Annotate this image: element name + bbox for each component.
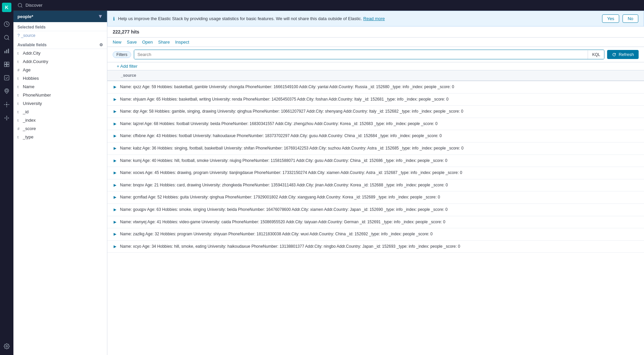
expand-row-button[interactable]: ► <box>113 231 117 238</box>
close-icon[interactable]: ▼ <box>98 13 103 19</box>
field-name-label: University <box>23 101 42 106</box>
field-item[interactable]: tName <box>13 82 107 91</box>
table-row[interactable]: ►Name: xcyo Age: 34 Hobbies: hill, smoke… <box>107 241 644 253</box>
refresh-button[interactable]: Refresh <box>607 50 639 59</box>
add-filter-bar: + Add filter <box>107 62 644 70</box>
index-selector[interactable]: people* ▼ <box>13 11 107 22</box>
share-link[interactable]: Share <box>158 40 170 45</box>
search-bar: Filters KQL Refresh <box>107 47 644 62</box>
expand-row-button[interactable]: ► <box>113 170 117 176</box>
nav-icon-settings[interactable] <box>1 340 13 352</box>
field-item[interactable]: t_index <box>13 116 107 124</box>
field-item[interactable]: tAddr.City <box>13 49 107 57</box>
source-field-item[interactable]: ? _source <box>13 31 107 40</box>
expand-row-button[interactable]: ► <box>113 133 117 139</box>
expand-row-button[interactable]: ► <box>113 243 117 250</box>
nav-icon-clock[interactable] <box>1 18 13 30</box>
table-row[interactable]: ►Name: gouqpv Age: 63 Hobbies: smoke, si… <box>107 204 644 216</box>
field-name-label: _type <box>23 134 34 139</box>
nav-icon-visualize[interactable] <box>1 45 13 57</box>
row-content: Name: bnqov Age: 21 Hobbies: card, drawi… <box>120 182 639 188</box>
inspect-link[interactable]: Inspect <box>175 40 189 45</box>
field-item[interactable]: t_type <box>13 133 107 141</box>
field-name-label: _index <box>23 118 36 123</box>
field-item[interactable]: #_score <box>13 124 107 133</box>
open-link[interactable]: Open <box>142 40 153 45</box>
new-link[interactable]: New <box>113 40 121 45</box>
main-wrapper: Discover people* ▼ Selected fields ? _so… <box>13 0 644 355</box>
kql-button[interactable]: KQL <box>588 50 604 59</box>
hits-label: hits <box>131 29 140 35</box>
table-row[interactable]: ►Name: kumj Age: 40 Hobbies: hill, footb… <box>107 155 644 167</box>
save-link[interactable]: Save <box>127 40 137 45</box>
field-name-label: Addr.Country <box>23 59 48 64</box>
table-row[interactable]: ►Name: xocws Age: 45 Hobbies: drawing, p… <box>107 167 644 179</box>
field-item[interactable]: tAddr.Country <box>13 57 107 66</box>
action-bar: New Save Open Share Inspect <box>107 38 644 47</box>
nav-icon-ml[interactable] <box>1 99 13 111</box>
table-row[interactable]: ►Name: lajzrel Age: 68 Hobbies: football… <box>107 118 644 130</box>
nav-icon-canvas[interactable] <box>1 72 13 84</box>
search-input-wrap: KQL <box>134 50 605 59</box>
field-item[interactable]: tHobbies <box>13 74 107 82</box>
gear-icon[interactable]: ⚙ <box>99 43 103 47</box>
main-panel: ℹ Help us improve the Elastic Stack by p… <box>107 11 644 355</box>
data-rows: ►Name: qxzz Age: 59 Hobbies: basketball,… <box>107 81 644 253</box>
field-type-icon: t <box>17 76 21 80</box>
row-content: Name: cffxbne Age: 43 Hobbies: football … <box>120 133 639 139</box>
expand-row-button[interactable]: ► <box>113 121 117 127</box>
read-more-link[interactable]: Read more <box>363 16 385 21</box>
expand-row-button[interactable]: ► <box>113 158 117 164</box>
info-icon: ℹ <box>113 16 115 21</box>
source-field-name: _source <box>21 33 36 38</box>
table-row[interactable]: ►Name: xhjuam Age: 65 Hobbies: basketbal… <box>107 94 644 106</box>
row-content: Name: xhjuam Age: 65 Hobbies: basketball… <box>120 96 639 103</box>
svg-rect-9 <box>4 75 9 80</box>
table-row[interactable]: ►Name: vtwnyej Age: 41 Hobbies: video-ga… <box>107 216 644 229</box>
expand-row-button[interactable]: ► <box>113 182 117 189</box>
expand-row-button[interactable]: ► <box>113 194 117 201</box>
add-filter-button[interactable]: + Add filter <box>113 62 142 71</box>
table-row[interactable]: ►Name: cffxbne Age: 43 Hobbies: football… <box>107 130 644 142</box>
refresh-label: Refresh <box>619 52 634 57</box>
table-row[interactable]: ►Name: zazlkg Age: 32 Hobbies: program U… <box>107 228 644 241</box>
expand-row-button[interactable]: ► <box>113 219 117 226</box>
hits-count: 222,277 <box>113 29 130 35</box>
field-item[interactable]: #Age <box>13 66 107 74</box>
notification-text: Help us improve the Elastic Stack by pro… <box>118 16 599 21</box>
refresh-icon <box>612 52 616 57</box>
no-button[interactable]: No <box>623 14 638 23</box>
svg-rect-6 <box>7 62 9 64</box>
expand-row-button[interactable]: ► <box>113 96 117 103</box>
search-input[interactable] <box>134 50 588 59</box>
field-type-icon: # <box>17 127 21 131</box>
nav-icon-graph[interactable] <box>1 112 13 124</box>
table-row[interactable]: ►Name: qxzz Age: 59 Hobbies: basketball,… <box>107 81 644 94</box>
app-logo[interactable]: K <box>2 3 11 12</box>
table-row[interactable]: ►Name: bnqov Age: 21 Hobbies: card, draw… <box>107 179 644 192</box>
field-item[interactable]: t_id <box>13 108 107 116</box>
table-row[interactable]: ►Name: dqr Age: 58 Hobbies: gamble, sing… <box>107 106 644 118</box>
table-row[interactable]: ►Name: gcmflad Age: 52 Hobbies: guita Un… <box>107 191 644 204</box>
svg-rect-5 <box>4 62 6 64</box>
expand-row-button[interactable]: ► <box>113 108 117 115</box>
nav-icon-discover[interactable] <box>1 32 13 44</box>
field-item[interactable]: tUniversity <box>13 99 107 108</box>
nav-icon-maps[interactable] <box>1 85 13 97</box>
expand-row-button[interactable]: ► <box>113 206 117 213</box>
row-content: Name: qxzz Age: 59 Hobbies: basketball, … <box>120 84 639 90</box>
expand-row-button[interactable]: ► <box>113 145 117 152</box>
field-name-label: Hobbies <box>23 76 39 81</box>
field-type-icon: t <box>17 93 21 97</box>
svg-rect-2 <box>4 51 5 53</box>
nav-icon-dashboard[interactable] <box>1 58 13 70</box>
row-content: Name: gcmflad Age: 52 Hobbies: guita Uni… <box>120 194 639 200</box>
table-row[interactable]: ►Name: kabz Age: 36 Hobbies: singing, fo… <box>107 142 644 155</box>
field-item[interactable]: tPhoneNumber <box>13 91 107 99</box>
expand-row-button[interactable]: ► <box>113 84 117 91</box>
logo-text: K <box>5 5 8 10</box>
filters-tag[interactable]: Filters <box>113 51 131 58</box>
yes-button[interactable]: Yes <box>602 14 619 23</box>
field-type-icon: # <box>17 68 21 72</box>
svg-point-15 <box>6 119 7 120</box>
